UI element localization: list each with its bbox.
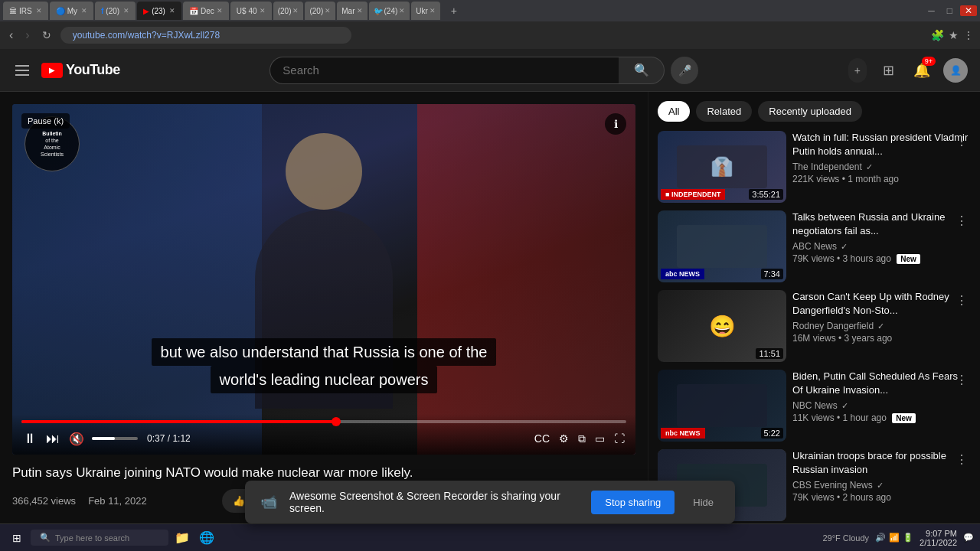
apps-button[interactable]: ⊞ bbox=[876, 58, 900, 83]
system-icons[interactable]: 🔊📶🔋 bbox=[875, 533, 913, 543]
taskbar-icon-chrome[interactable]: 🌐 bbox=[196, 530, 217, 545]
verified-icon-1: ✓ bbox=[866, 162, 873, 171]
search-taskbar[interactable]: 🔍 Type here to search bbox=[31, 530, 168, 546]
browser-tab[interactable]: 📅Dec✕ bbox=[183, 2, 229, 20]
close-button[interactable]: ✕ bbox=[960, 5, 977, 16]
screen-share-banner: 📹 Awesome Screenshot & Screen Recorder i… bbox=[245, 481, 735, 523]
hamburger-menu[interactable] bbox=[12, 62, 32, 79]
create-button[interactable]: + bbox=[848, 58, 867, 83]
hide-button[interactable]: Hide bbox=[687, 491, 720, 514]
mute-button[interactable]: 🔇 bbox=[67, 430, 86, 448]
filter-related[interactable]: Related bbox=[696, 101, 752, 122]
related-meta-4: 11K views • 1 hour ago New bbox=[792, 412, 971, 423]
more-menu-5[interactable]: ⋮ bbox=[956, 452, 968, 467]
notifications-button[interactable]: 🔔 9+ bbox=[910, 58, 934, 83]
url-bar[interactable]: youtube.com/watch?v=RJXwLzll278 bbox=[60, 27, 351, 44]
search-input[interactable] bbox=[270, 57, 619, 84]
new-badge-2: New bbox=[897, 254, 920, 264]
new-tab-button[interactable]: + bbox=[445, 2, 463, 20]
search-button[interactable]: 🔍 bbox=[619, 57, 665, 84]
video-player[interactable]: Bulletin of the Atomic Scientists Pause … bbox=[12, 104, 635, 455]
related-meta-2: 79K views • 3 hours ago New bbox=[792, 253, 971, 264]
pause-indicator: Pause (k) bbox=[21, 113, 70, 129]
verified-icon-2: ✓ bbox=[841, 242, 848, 251]
mic-button[interactable]: 🎤 bbox=[671, 57, 698, 84]
verified-icon-5: ✓ bbox=[877, 481, 884, 490]
verified-icon-3: ✓ bbox=[877, 321, 884, 331]
related-title-2: Talks between Russia and Ukraine negotia… bbox=[792, 210, 971, 238]
info-button[interactable]: ℹ bbox=[605, 113, 626, 135]
bookmark-button[interactable]: ★ bbox=[949, 29, 959, 41]
extensions-button[interactable]: 🧩 bbox=[931, 29, 944, 41]
new-badge-4: New bbox=[892, 413, 916, 423]
next-button[interactable]: ⏭ bbox=[44, 429, 61, 448]
related-channel-3: Rodney Dangerfield ✓ bbox=[792, 321, 971, 331]
progress-bar[interactable] bbox=[21, 420, 626, 423]
browser-tab[interactable]: 🐦(24)✕ bbox=[369, 2, 410, 20]
browser-tab[interactable]: Mar✕ bbox=[337, 2, 367, 20]
browser-tab[interactable]: (20)✕ bbox=[305, 2, 335, 20]
taskbar-clock: 9:07 PM 2/11/2022 bbox=[920, 529, 957, 547]
notification-center[interactable]: 💬 bbox=[963, 533, 974, 543]
related-title-5: Ukrainian troops brace for possible Russ… bbox=[792, 449, 971, 477]
upload-date: Feb 11, 2022 bbox=[88, 495, 147, 507]
settings-button[interactable]: ⋮ bbox=[963, 29, 974, 41]
filter-recently-uploaded[interactable]: Recently uploaded bbox=[758, 101, 862, 122]
related-title-4: Biden, Putin Call Scheduled As Fears Of … bbox=[792, 370, 971, 397]
video-title: Putin says Ukraine joining NATO would ma… bbox=[12, 464, 635, 482]
related-video-4[interactable]: nbc NEWS 5:22 Biden, Putin Call Schedule… bbox=[658, 370, 971, 442]
related-channel-1: The Independent ✓ bbox=[792, 161, 971, 172]
volume-slider[interactable] bbox=[92, 437, 138, 440]
browser-tab[interactable]: 🏛IRS✕ bbox=[3, 2, 48, 20]
youtube-logo[interactable]: YouTube bbox=[41, 62, 120, 78]
more-menu-3[interactable]: ⋮ bbox=[956, 293, 968, 308]
more-menu-1[interactable]: ⋮ bbox=[956, 134, 968, 148]
taskbar-icon-explorer[interactable]: 📁 bbox=[172, 530, 193, 545]
browser-tab[interactable]: 🔵My✕ bbox=[50, 2, 93, 20]
forward-button[interactable]: › bbox=[22, 28, 32, 42]
browser-tab-facebook[interactable]: f(20)✕ bbox=[95, 2, 136, 20]
time-display: 0:37 / 1:12 bbox=[147, 433, 191, 444]
subtitles-button[interactable]: CC bbox=[533, 431, 551, 446]
more-menu-2[interactable]: ⋮ bbox=[956, 214, 968, 228]
verified-icon-4: ✓ bbox=[841, 401, 848, 410]
notification-badge: 9+ bbox=[922, 57, 936, 66]
related-thumb-1: 👔 ■ INDEPENDENT 3:55:21 bbox=[658, 131, 786, 203]
browser-tab-youtube-active[interactable]: ▶(23)✕ bbox=[137, 2, 181, 20]
theater-button[interactable]: ▭ bbox=[593, 431, 606, 446]
filter-bar: All Related Recently uploaded bbox=[658, 101, 971, 122]
user-avatar[interactable]: 👤 bbox=[943, 58, 968, 83]
browser-tab[interactable]: U$40✕ bbox=[230, 2, 272, 20]
refresh-button[interactable]: ↻ bbox=[39, 29, 54, 41]
subtitle-display: but we also understand that Russia is on… bbox=[12, 338, 635, 393]
related-title-1: Watch in full: Russian president Vladmir… bbox=[792, 131, 971, 158]
fullscreen-button[interactable]: ⛶ bbox=[612, 431, 626, 446]
minimize-button[interactable]: ─ bbox=[923, 5, 939, 16]
taskbar-weather: 29°F Cloudy bbox=[822, 533, 869, 543]
related-meta-3: 16M views • 3 years ago bbox=[792, 333, 971, 344]
more-menu-4[interactable]: ⋮ bbox=[956, 373, 968, 387]
related-thumb-4: nbc NEWS 5:22 bbox=[658, 370, 786, 442]
settings-button[interactable]: ⚙ bbox=[557, 431, 570, 446]
view-count: 366,452 views bbox=[12, 495, 76, 507]
related-video-2[interactable]: abc NEWS 7:34 Talks between Russia and U… bbox=[658, 210, 971, 282]
related-video-1[interactable]: 👔 ■ INDEPENDENT 3:55:21 Watch in full: R… bbox=[658, 131, 971, 203]
related-thumb-3: 😄 11:51 bbox=[658, 290, 786, 362]
browser-tab[interactable]: Ukr✕ bbox=[411, 2, 440, 20]
start-button[interactable]: ⊞ bbox=[6, 529, 28, 547]
related-channel-5: CBS Evening News ✓ bbox=[792, 480, 971, 491]
related-video-3[interactable]: 😄 11:51 Carson Can't Keep Up with Rodney… bbox=[658, 290, 971, 362]
maximize-button[interactable]: □ bbox=[942, 5, 957, 16]
related-thumb-2: abc NEWS 7:34 bbox=[658, 210, 786, 282]
play-pause-button[interactable]: ⏸ bbox=[21, 429, 38, 448]
related-meta-5: 79K views • 2 hours ago bbox=[792, 492, 971, 503]
miniplayer-button[interactable]: ⧉ bbox=[577, 431, 587, 447]
video-controls: ⏸ ⏭ 🔇 0:37 / 1:12 CC ⚙ ⧉ ▭ ⛶ bbox=[12, 414, 635, 455]
stop-sharing-button[interactable]: Stop sharing bbox=[591, 491, 675, 514]
thumb-up-icon: 👍 bbox=[233, 495, 245, 507]
related-title-3: Carson Can't Keep Up with Rodney Dangerf… bbox=[792, 290, 971, 318]
screen-share-icon: 📹 bbox=[260, 494, 277, 510]
back-button[interactable]: ‹ bbox=[6, 28, 16, 42]
filter-all[interactable]: All bbox=[658, 101, 690, 122]
browser-tab[interactable]: (20)✕ bbox=[273, 2, 304, 20]
